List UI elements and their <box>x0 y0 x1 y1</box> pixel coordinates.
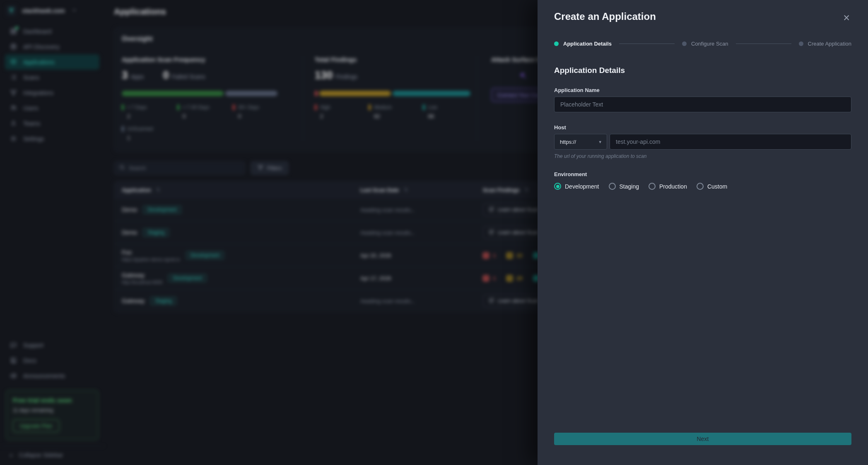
sidebar-item-label: API Discovery <box>23 44 60 50</box>
radio-button[interactable] <box>609 183 616 190</box>
bar-segment-medium <box>319 91 391 96</box>
bar-segment-scanned <box>122 91 224 96</box>
collapse-label: Collapse Sidebar <box>19 452 63 458</box>
sidebar-item-teams[interactable]: Teams <box>5 116 99 131</box>
sidebar-item-label: Announcements <box>23 373 65 379</box>
external-link-icon <box>489 229 494 236</box>
total-findings-panel: Total Findings 130Findings High <box>303 56 477 141</box>
sort-icon[interactable]: ⇅ <box>525 187 529 193</box>
host-field[interactable] <box>610 134 851 150</box>
environment-badge: Development <box>186 251 224 259</box>
host-help-text: The url of your running application to s… <box>554 153 851 159</box>
last-scan-date: Apr 20, 2026 <box>360 252 483 259</box>
integrations-icon <box>10 89 17 97</box>
radio-button[interactable] <box>554 183 561 190</box>
upgrade-plan-button[interactable]: Upgrade Plan <box>13 419 59 432</box>
bar-segment-low <box>393 91 470 96</box>
environment-badge: Development <box>143 206 181 214</box>
stackhawk-logo <box>6 5 17 16</box>
notification-dot <box>15 27 18 29</box>
environment-badge: Staging <box>150 297 176 305</box>
sidebar-item-dashboard[interactable]: Dashboard <box>5 24 99 39</box>
legend-low: Low 66 <box>423 104 477 119</box>
step-dot <box>682 41 687 46</box>
filter-icon <box>258 165 263 172</box>
legend-under-7-days: < 7 Days 2 <box>122 104 177 119</box>
failed-scans-label: Failed Scans <box>172 73 205 80</box>
application-name-field[interactable] <box>554 97 851 112</box>
radio-staging[interactable]: Staging <box>609 183 639 190</box>
legend-chip <box>122 126 124 132</box>
failed-scans-count: 0 <box>163 69 169 81</box>
step-dot <box>799 41 803 46</box>
sidebar-item-settings[interactable]: Settings <box>5 131 99 146</box>
high-chip: H <box>483 275 489 281</box>
collapse-sidebar-button[interactable]: « Collapse Sidebar <box>0 446 104 463</box>
book-icon <box>10 357 17 364</box>
step-create-application: Create Application <box>799 41 852 47</box>
sidebar-item-announcements[interactable]: Announcements <box>5 368 99 383</box>
chevron-down-icon <box>72 7 77 14</box>
medium-chip: M <box>506 275 513 281</box>
radio-custom[interactable]: Custom <box>697 183 727 190</box>
sidebar-item-support[interactable]: Support <box>5 337 99 353</box>
sidebar-item-scans[interactable]: Scans <box>5 70 99 85</box>
close-icon[interactable]: × <box>843 12 850 24</box>
trial-days-remaining: 11 days remaining <box>13 407 92 413</box>
search-box[interactable] <box>114 161 245 175</box>
layers-icon <box>10 58 17 66</box>
sidebar-item-integrations[interactable]: Integrations <box>5 85 99 100</box>
column-scan-findings: Scan Findings <box>483 187 520 193</box>
column-application: Application <box>122 187 151 193</box>
step-connector <box>619 44 675 44</box>
legend-chip <box>233 104 235 110</box>
last-scan-date: Awaiting scan results... <box>360 207 483 213</box>
search-input[interactable] <box>129 165 240 171</box>
sidebar-item-docs[interactable]: Docs <box>5 353 99 368</box>
radio-button[interactable] <box>697 183 704 190</box>
chevron-down-icon: ▾ <box>599 139 601 145</box>
column-last-scan-date: Last Scan Date <box>360 187 399 193</box>
org-name: stackhawk.com <box>22 7 65 14</box>
step-connector <box>736 44 791 44</box>
next-button[interactable]: Next <box>554 433 851 445</box>
legend-chip <box>423 104 425 110</box>
sort-icon[interactable]: ⇅ <box>156 187 160 193</box>
bar-segment-unscanned <box>225 91 277 96</box>
users-icon <box>10 104 17 112</box>
dashboard-icon <box>10 28 17 35</box>
environment-radio-group: Development Staging Production Custom <box>554 183 851 190</box>
chat-icon <box>10 341 17 349</box>
stepper: Application Details Configure Scan Creat… <box>554 41 851 47</box>
section-title: Application Details <box>554 66 851 75</box>
scan-frequency-bar <box>122 91 277 96</box>
radio-button[interactable] <box>649 183 656 190</box>
legend-medium: Medium 62 <box>369 104 422 119</box>
legend-7-30-days: < 7-30 Days 0 <box>177 104 233 119</box>
sidebar-item-users[interactable]: Users <box>5 100 99 116</box>
environment-badge: Staging <box>143 228 169 237</box>
sort-icon[interactable]: ⇅ <box>404 187 408 193</box>
application-url: http://localhost:4000 <box>122 280 162 285</box>
last-scan-date: Awaiting scan results... <box>360 298 483 304</box>
org-switcher[interactable]: stackhawk.com <box>5 5 99 16</box>
sidebar-item-label: Docs <box>23 357 36 364</box>
sidebar-item-label: Scans <box>23 74 39 81</box>
sidebar-item-label: Support <box>23 342 43 349</box>
findings-label: Findings <box>335 73 357 80</box>
legend-chip <box>369 104 371 110</box>
sidebar-item-label: Teams <box>23 120 40 127</box>
external-link-icon <box>489 298 494 304</box>
sidebar-item-applications[interactable]: Applications <box>5 54 99 70</box>
legend-chip <box>177 104 179 110</box>
sidebar-item-api-discovery[interactable]: API Discovery <box>5 39 99 54</box>
legend-chip <box>315 104 317 110</box>
filters-button[interactable]: Filters <box>251 161 289 175</box>
findings-bar <box>315 91 470 96</box>
radio-production[interactable]: Production <box>649 183 687 190</box>
sidebar-item-label: Dashboard <box>23 28 52 35</box>
radio-development[interactable]: Development <box>554 183 599 190</box>
scan-frequency-panel: Application Scan Frequency 3Apps 0Failed… <box>122 56 303 141</box>
protocol-select[interactable]: https:// ▾ <box>554 134 607 150</box>
scan-frequency-title: Application Scan Frequency <box>122 56 303 63</box>
